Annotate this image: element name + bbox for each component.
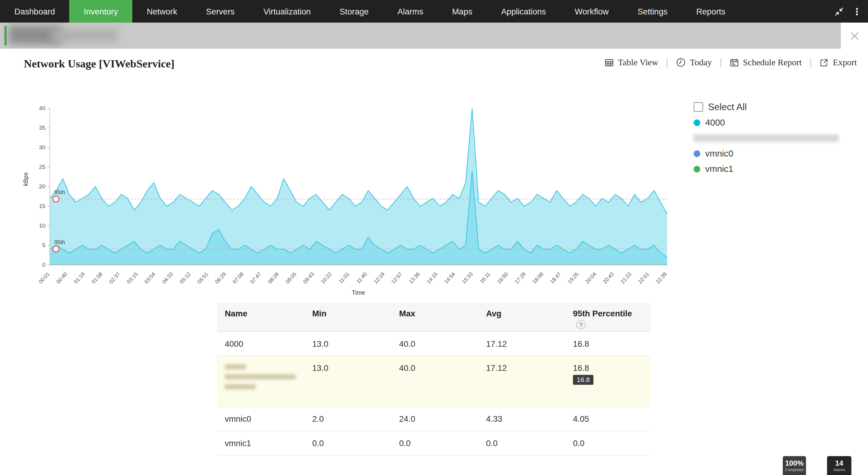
svg-text:01:58: 01:58: [90, 271, 104, 285]
table-icon: [604, 58, 614, 67]
nav-item-reports[interactable]: Reports: [682, 0, 740, 23]
cell-p95: 4.05: [565, 414, 651, 423]
schedule-report-button[interactable]: Schedule Report: [730, 58, 802, 67]
nav-item-workflow[interactable]: Workflow: [560, 0, 623, 23]
notification-banner: [0, 23, 841, 48]
svg-text:19:25: 19:25: [567, 271, 580, 285]
nav-item-maps[interactable]: Maps: [438, 0, 487, 23]
nav-item-settings[interactable]: Settings: [623, 0, 682, 23]
table-row-highlighted[interactable]: 13.0 40.0 17.12 16.8 16.8: [217, 356, 651, 407]
svg-text:20:43: 20:43: [602, 271, 615, 285]
legend-redacted-bar: [693, 134, 838, 142]
export-button[interactable]: Export: [819, 58, 857, 67]
chart-area: 051015202530354000:0100:4001:1901:5802:3…: [34, 103, 682, 303]
export-icon: [819, 58, 829, 67]
cell-name: vmnic0: [217, 414, 304, 423]
nav-item-storage[interactable]: Storage: [325, 0, 383, 23]
select-all-checkbox[interactable]: [693, 102, 703, 112]
table-row[interactable]: 4000 13.0 40.0 17.12 16.8: [217, 332, 651, 356]
svg-text:25: 25: [39, 164, 45, 170]
nav-item-dashboard[interactable]: Dashboard: [0, 0, 69, 23]
svg-text:16:11: 16:11: [478, 271, 492, 284]
nav-item-servers[interactable]: Servers: [192, 0, 249, 23]
cell-avg: 17.12: [478, 339, 565, 348]
legend-item-4000[interactable]: 4000: [693, 117, 848, 128]
svg-text:09:05: 09:05: [284, 271, 298, 285]
svg-text:14:15: 14:15: [426, 271, 439, 285]
svg-text:05:12: 05:12: [179, 271, 192, 285]
app-root: Dashboard Inventory Network Servers Virt…: [0, 0, 868, 475]
select-all-row[interactable]: Select All: [693, 102, 848, 112]
svg-text:16:50: 16:50: [496, 271, 509, 285]
cell-p95: 16.8: [565, 339, 651, 348]
nav-item-alarms[interactable]: Alarms: [383, 0, 438, 23]
legend-item-vmnic0[interactable]: vmnic0: [693, 148, 848, 159]
svg-text:18:47: 18:47: [549, 271, 562, 285]
svg-text:11:01: 11:01: [338, 271, 350, 284]
series-color-dot: [693, 150, 700, 157]
series-color-dot: [693, 166, 700, 172]
svg-text:02:37: 02:37: [108, 271, 121, 285]
alarms-label: Alarms: [827, 468, 851, 472]
collapse-icon[interactable]: [834, 6, 845, 17]
alarms-value: 14: [827, 459, 851, 467]
svg-text:17:29: 17:29: [514, 271, 527, 285]
nav-item-inventory[interactable]: Inventory: [69, 0, 132, 23]
svg-text:14:54: 14:54: [443, 271, 456, 285]
col-header-avg: Avg: [478, 309, 565, 318]
clock-icon: [676, 58, 686, 67]
cell-p95: 0.0: [565, 439, 651, 448]
time-period-button[interactable]: Today: [676, 58, 712, 67]
svg-text:11:40: 11:40: [355, 271, 368, 284]
kebab-menu-icon[interactable]: [851, 6, 863, 17]
svg-text:13:36: 13:36: [408, 271, 421, 285]
svg-text:04:33: 04:33: [161, 271, 174, 285]
nav-item-applications[interactable]: Applications: [487, 0, 560, 23]
svg-text:30: 30: [39, 144, 45, 150]
cell-max: 40.0: [392, 339, 478, 348]
table-header-row: Name Min Max Avg 95th Percentile ?: [217, 303, 651, 332]
nav-item-network[interactable]: Network: [132, 0, 192, 23]
alarms-count-badge[interactable]: 14 Alarms: [827, 456, 851, 475]
table-view-button[interactable]: Table View: [604, 58, 658, 67]
stats-table: Name Min Max Avg 95th Percentile ? 4000 …: [217, 303, 651, 456]
legend-item-label: 4000: [705, 117, 725, 127]
legend-item-redacted[interactable]: [693, 133, 848, 143]
svg-text:00:01: 00:01: [37, 271, 51, 285]
svg-text:05:51: 05:51: [196, 271, 210, 285]
help-icon[interactable]: ?: [576, 320, 586, 329]
svg-text:20: 20: [39, 183, 45, 190]
svg-text:03:54: 03:54: [143, 271, 156, 285]
svg-text:06:29: 06:29: [214, 271, 227, 285]
cell-avg: 4.33: [478, 414, 565, 423]
col-header-min: Min: [304, 309, 391, 318]
network-usage-chart[interactable]: 051015202530354000:0100:4001:1901:5802:3…: [34, 103, 682, 303]
svg-text:21:22: 21:22: [619, 271, 632, 285]
chart-y-axis-label: kBps: [22, 172, 29, 186]
svg-text:15: 15: [39, 203, 45, 209]
svg-text:95th: 95th: [54, 189, 65, 195]
svg-text:18:08: 18:08: [531, 271, 545, 285]
cell-max: 40.0: [392, 363, 478, 373]
completed-status-badge[interactable]: 100% Completed: [783, 456, 806, 475]
legend-item-vmnic1[interactable]: vmnic1: [693, 164, 848, 174]
redacted-name-lines: [225, 363, 304, 389]
banner-close-button[interactable]: [841, 23, 868, 48]
toolbar-separator: |: [809, 58, 812, 67]
cell-avg: 17.12: [478, 363, 565, 373]
banner-redacted-subtext: [51, 29, 117, 41]
svg-text:08:26: 08:26: [267, 271, 280, 285]
svg-text:40: 40: [39, 105, 45, 111]
completed-value: 100%: [783, 459, 806, 467]
cell-min: 13.0: [304, 363, 391, 373]
cell-name-redacted: [217, 363, 304, 389]
table-row[interactable]: vmnic0 2.0 24.0 4.33 4.05: [217, 407, 651, 431]
nav-item-virtualization[interactable]: Virtualization: [249, 0, 325, 23]
col-header-max: Max: [392, 309, 478, 318]
cell-max: 0.0: [392, 439, 478, 448]
svg-text:22:39: 22:39: [655, 271, 668, 285]
table-row[interactable]: vmnic1 0.0 0.0 0.0 0.0: [217, 431, 651, 456]
completed-label: Completed: [783, 468, 806, 472]
col-header-name: Name: [217, 309, 304, 318]
svg-text:09:43: 09:43: [302, 271, 315, 285]
